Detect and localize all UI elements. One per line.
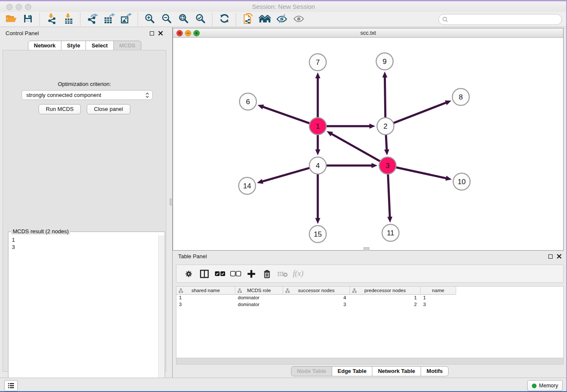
network-window-titlebar[interactable]: scc.txt	[173, 28, 563, 38]
run-mcds-button[interactable]: Run MCDS	[39, 104, 81, 114]
table-toolbar: f(x)	[176, 265, 564, 283]
graph-edge-3-10[interactable]	[396, 167, 447, 178]
network-view-window: 7968124314101511 scc.txt	[173, 28, 564, 251]
column-header-shared-name[interactable]: shared name	[176, 287, 235, 295]
cell-shared-name[interactable]: 1	[176, 295, 235, 301]
tab-node-table[interactable]: Node Table	[291, 366, 332, 376]
tab-motifs[interactable]: Motifs	[421, 366, 449, 376]
checked-boxes-icon	[215, 271, 226, 277]
cell-mcds-role[interactable]: dominator	[235, 301, 283, 308]
cell-predecessor-nodes[interactable]: 2	[350, 301, 421, 308]
panel-divider[interactable]	[169, 27, 173, 378]
search-field[interactable]	[438, 14, 562, 25]
cell-name[interactable]: 1	[421, 295, 456, 301]
save-session-button[interactable]	[20, 13, 36, 26]
table-row[interactable]: 1 dominator 4 1 1	[176, 295, 563, 301]
float-panel-icon[interactable]	[150, 31, 154, 36]
delete-column-button[interactable]	[259, 268, 275, 280]
graph-node-9[interactable]: 9	[376, 53, 393, 70]
graph-edge-arrowhead	[372, 163, 377, 168]
graph-edge-2-8[interactable]	[394, 102, 447, 123]
zoom-selected-button[interactable]	[193, 13, 208, 26]
cell-mcds-role[interactable]: dominator	[235, 295, 283, 301]
zoom-fit-button[interactable]	[176, 13, 191, 26]
function-builder-button[interactable]: f(x)	[293, 269, 303, 278]
export-image-button[interactable]	[118, 13, 134, 26]
zoom-fit-icon	[178, 13, 189, 26]
column-header-predecessor-nodes[interactable]: predecessor nodes	[350, 287, 421, 295]
graph-node-11[interactable]: 11	[382, 224, 399, 241]
result-scrollbar[interactable]	[158, 235, 164, 391]
graph-edge-2-3[interactable]	[386, 135, 387, 150]
close-panel-button[interactable]: Close panel	[87, 104, 130, 114]
node-table[interactable]: shared name MCDS role successor nodes pr…	[176, 286, 564, 358]
import-network-button[interactable]	[44, 13, 59, 26]
zoom-in-button[interactable]	[142, 13, 157, 26]
graph-edge-arrowhead	[446, 176, 452, 181]
tab-style[interactable]: Style	[61, 41, 86, 51]
show-graphics-details-button[interactable]	[291, 13, 306, 26]
home-button[interactable]	[257, 13, 272, 26]
graph-node-2[interactable]: 2	[377, 118, 394, 135]
float-table-panel-icon[interactable]	[548, 254, 553, 259]
export-network-button[interactable]	[85, 13, 100, 26]
cell-name[interactable]: 3	[421, 301, 456, 308]
criterion-select[interactable]: strongly connected component	[22, 90, 153, 100]
graph-node-14[interactable]: 14	[239, 177, 256, 194]
graph-node-8[interactable]: 8	[452, 88, 469, 105]
import-table-button[interactable]	[61, 13, 76, 26]
hide-graphics-details-button[interactable]	[274, 13, 289, 26]
tab-mcds[interactable]: MCDS	[113, 41, 141, 51]
graph-edge-2-9[interactable]	[385, 77, 385, 117]
tab-edge-table[interactable]: Edge Table	[332, 366, 372, 376]
column-header-mcds-role[interactable]: MCDS role	[235, 287, 283, 295]
column-header-name[interactable]: name	[421, 287, 456, 295]
graph-canvas[interactable]: 7968124314101511	[173, 28, 563, 250]
search-input[interactable]	[448, 16, 561, 23]
task-history-button[interactable]	[4, 380, 18, 391]
graph-node-7[interactable]: 7	[309, 54, 326, 71]
graph-edge-4-14[interactable]	[262, 168, 309, 182]
table-settings-button[interactable]	[181, 268, 196, 280]
table-row[interactable]: 3 dominator 3 2 3	[176, 301, 563, 308]
memory-label: Memory	[539, 383, 558, 389]
refresh-button[interactable]	[217, 13, 232, 26]
cell-successor-nodes[interactable]: 3	[283, 301, 350, 308]
open-session-button[interactable]	[3, 13, 19, 26]
graph-edge-3-1[interactable]	[331, 134, 380, 161]
clone-network-button[interactable]	[240, 13, 256, 26]
split-panes-icon	[199, 269, 209, 279]
deselect-all-button[interactable]	[228, 268, 243, 280]
delete-table-button[interactable]	[275, 268, 290, 280]
memory-button[interactable]: Memory	[527, 380, 563, 391]
tab-select[interactable]: Select	[85, 41, 113, 51]
criterion-value: strongly connected component	[22, 92, 145, 98]
graph-node-6[interactable]: 6	[239, 93, 256, 110]
cell-successor-nodes[interactable]: 4	[283, 295, 350, 301]
select-all-button[interactable]	[212, 268, 228, 280]
tab-network-table[interactable]: Network Table	[372, 366, 421, 376]
mcds-result-list[interactable]: 1 3	[9, 235, 159, 391]
graph-node-15[interactable]: 15	[309, 226, 326, 243]
close-panel-icon[interactable]	[158, 31, 163, 36]
table-h-scrollbar[interactable]	[176, 358, 564, 364]
graph-node-10[interactable]: 10	[453, 173, 470, 190]
network-h-scrollbar-thumb[interactable]	[363, 247, 369, 251]
graph-node-3[interactable]: 3	[379, 157, 396, 174]
close-table-panel-icon[interactable]	[557, 254, 561, 259]
graph-node-1[interactable]: 1	[309, 118, 326, 135]
toggle-panes-button[interactable]	[196, 268, 212, 280]
cell-predecessor-nodes[interactable]: 1	[350, 295, 421, 301]
cell-shared-name[interactable]: 3	[176, 301, 235, 308]
column-header-successor-nodes[interactable]: successor nodes	[283, 287, 350, 295]
divider-grip[interactable]	[170, 199, 173, 205]
tab-network[interactable]: Network	[28, 41, 61, 51]
zoom-out-button[interactable]	[159, 13, 174, 26]
graph-node-4[interactable]: 4	[309, 157, 326, 174]
add-column-button[interactable]	[243, 268, 259, 280]
export-table-button[interactable]	[102, 13, 117, 26]
graph-edge-3-11[interactable]	[388, 174, 390, 218]
hierarchy-icon	[179, 288, 183, 293]
graph-edge-1-6[interactable]	[262, 107, 309, 123]
export-table-icon	[103, 13, 115, 26]
